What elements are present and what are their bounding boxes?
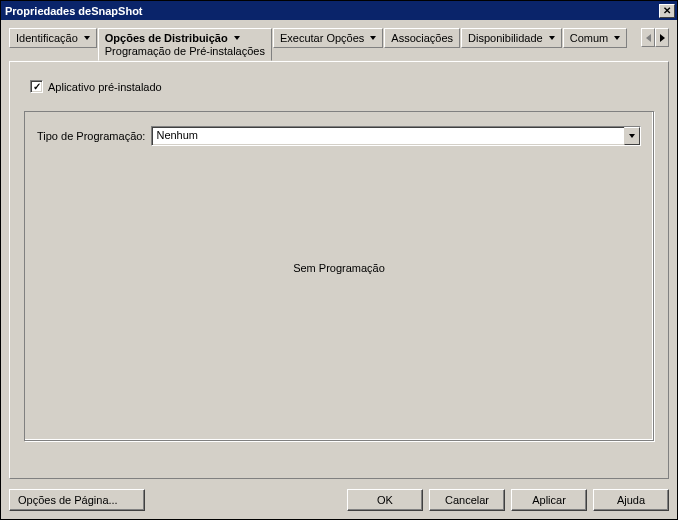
tab-associacoes[interactable]: Associações xyxy=(384,28,460,48)
tab-label: Associações xyxy=(391,32,453,44)
tab-comum[interactable]: Comum xyxy=(563,28,628,48)
tab-scroll-right[interactable] xyxy=(655,28,669,47)
chevron-right-icon xyxy=(660,34,665,42)
tab-label: Disponibilidade xyxy=(468,32,543,44)
cancel-button[interactable]: Cancelar xyxy=(429,489,505,511)
check-icon: ✓ xyxy=(33,82,41,92)
button-label: Opções de Página... xyxy=(18,494,118,506)
chevron-down-icon xyxy=(84,36,90,40)
tab-label: Identificação xyxy=(16,32,78,44)
button-label: Ajuda xyxy=(617,494,645,506)
page-options-button[interactable]: Opções de Página... xyxy=(9,489,145,511)
tabstrip: Identificação Opções de Distribuição Pro… xyxy=(1,20,677,61)
chevron-down-icon xyxy=(614,36,620,40)
schedule-empty-text: Sem Programação xyxy=(25,262,653,274)
schedule-type-row: Tipo de Programação: Nenhum xyxy=(37,126,641,146)
ok-button[interactable]: OK xyxy=(347,489,423,511)
tab-scroll-nav xyxy=(641,28,669,47)
chevron-down-icon xyxy=(549,36,555,40)
tab-executar-opcoes[interactable]: Executar Opções xyxy=(273,28,383,48)
tab-disponibilidade[interactable]: Disponibilidade xyxy=(461,28,562,48)
button-label: OK xyxy=(377,494,393,506)
schedule-type-label: Tipo de Programação: xyxy=(37,130,145,142)
chevron-down-icon xyxy=(629,134,635,138)
help-button[interactable]: Ajuda xyxy=(593,489,669,511)
tab-label: Executar Opções xyxy=(280,32,364,44)
close-icon: ✕ xyxy=(663,6,671,16)
tab-label: Comum xyxy=(570,32,609,44)
tab-panel: ✓ Aplicativo pré-instalado Tipo de Progr… xyxy=(9,61,669,479)
button-label: Cancelar xyxy=(445,494,489,506)
combo-drop-button[interactable] xyxy=(624,127,640,145)
preinstall-checkbox-row: ✓ Aplicativo pré-instalado xyxy=(30,80,654,93)
tab-scroll-left[interactable] xyxy=(641,28,655,47)
schedule-type-combo[interactable]: Nenhum xyxy=(151,126,641,146)
apply-button[interactable]: Aplicar xyxy=(511,489,587,511)
close-button[interactable]: ✕ xyxy=(659,4,675,18)
button-label: Aplicar xyxy=(532,494,566,506)
preinstall-checkbox-label: Aplicativo pré-instalado xyxy=(48,81,162,93)
schedule-group: Tipo de Programação: Nenhum Sem Programa… xyxy=(24,111,654,441)
chevron-down-icon xyxy=(234,36,240,40)
preinstall-checkbox[interactable]: ✓ xyxy=(30,80,43,93)
dialog-footer: Opções de Página... OK Cancelar Aplicar … xyxy=(1,485,677,519)
tab-identificacao[interactable]: Identificação xyxy=(9,28,97,48)
properties-dialog: Propriedades deSnapShot ✕ Identificação … xyxy=(0,0,678,520)
titlebar: Propriedades deSnapShot ✕ xyxy=(1,1,677,20)
chevron-left-icon xyxy=(646,34,651,42)
tab-label: Opções de Distribuição xyxy=(105,32,228,44)
tab-sublabel: Programação de Pré-instalações xyxy=(105,45,265,57)
chevron-down-icon xyxy=(370,36,376,40)
window-title: Propriedades deSnapShot xyxy=(5,5,143,17)
schedule-type-value: Nenhum xyxy=(152,127,624,145)
tab-opcoes-distribuicao[interactable]: Opções de Distribuição Programação de Pr… xyxy=(98,28,272,61)
